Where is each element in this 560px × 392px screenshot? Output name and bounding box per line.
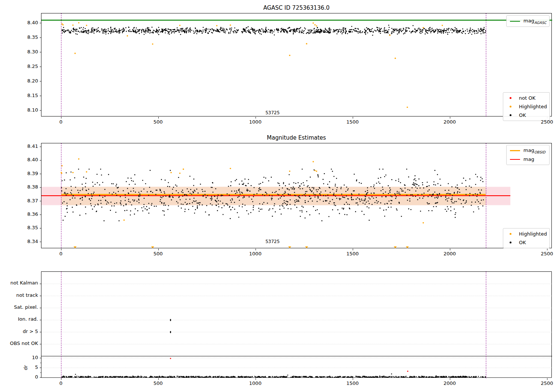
green-line-swatch (510, 21, 520, 22)
red-line-swatch (510, 159, 520, 160)
legend-row: not OK (505, 94, 547, 102)
flags-plot-canvas (41, 272, 552, 378)
x-tick-label: 2500 (536, 119, 558, 125)
orange-line-swatch (510, 150, 520, 151)
x-tick-label: 1000 (244, 380, 267, 386)
dr-gridlines (41, 358, 552, 377)
x-tick-label: 2500 (536, 380, 558, 386)
legend-row: OK (505, 111, 547, 119)
y-tick-label: 8.15 (18, 93, 38, 99)
x-tick-label: 2000 (439, 119, 461, 125)
y-tick-label: 8.36 (18, 211, 38, 217)
x-tick-label: 0 (50, 380, 72, 386)
y-tick-label: 8.34 (18, 239, 38, 245)
x-tick-label: 0 (50, 119, 72, 125)
x-tick-label: 500 (147, 380, 169, 386)
flag-gridlines (41, 284, 552, 344)
legend-label: magOBSID (523, 147, 545, 154)
magnitude-plot-canvas (41, 13, 552, 117)
obsid-annotation-middle: 53725 (261, 239, 284, 244)
flag-category-label: Sat. pixel. (0, 304, 38, 310)
legend-mag-agasc: magAGASC (506, 15, 550, 27)
x-tick-label: 1500 (341, 119, 364, 125)
y-tick-label: 8.39 (18, 171, 38, 177)
legend-label: Highlighted (519, 104, 547, 109)
red-dot-swatch (510, 97, 511, 99)
y-tick-label: 8.35 (18, 34, 38, 40)
legend-row: mag (509, 155, 546, 164)
y-tick-label: 8.20 (18, 78, 38, 84)
y-tick-label: 8.38 (18, 184, 38, 190)
flag-category-label: OBS not OK (0, 340, 38, 346)
legend-row: magOBSID (509, 146, 546, 155)
legend-top-markers: not OK Highlighted OK (503, 92, 550, 121)
dr-tick-label: 10 (25, 355, 38, 361)
y-tick-label: 8.25 (18, 63, 38, 69)
orange-dot-swatch (510, 106, 511, 108)
x-tick-label: 2000 (439, 251, 461, 257)
flag-category-label: dr > 5 (0, 329, 38, 335)
flag-category-label: not Kalman (0, 280, 38, 286)
black-dot-swatch (510, 242, 511, 243)
highlighted-scatter (61, 22, 443, 108)
legend-row: Highlighted (505, 230, 547, 238)
estimates-plot-canvas (41, 143, 552, 249)
x-tick-label: 1500 (341, 380, 364, 386)
obsid-annotation-top: 53725 (261, 110, 284, 115)
x-tick-label: 500 (147, 251, 169, 257)
flag-points (170, 319, 171, 333)
x-tick-label: 0 (50, 251, 72, 257)
x-tick-label: 2000 (439, 380, 461, 386)
dr-tick-label: 5 (25, 364, 38, 370)
magnitude-vs-time-plot (41, 13, 552, 116)
middle-plot-title: Magnitude Estimates (41, 134, 552, 141)
y-tick-label: 8.37 (18, 198, 38, 204)
y-tick-label: 8.10 (18, 107, 38, 113)
y-tick-label: 8.35 (18, 225, 38, 231)
orange-dot-swatch (510, 233, 511, 235)
legend-label: OK (519, 112, 526, 118)
flags-and-dr-plot (41, 271, 552, 378)
x-tick-label: 500 (147, 119, 169, 125)
magnitude-estimates-plot (41, 143, 552, 248)
dr-outliers-black (75, 373, 392, 376)
flag-category-label: not track (0, 292, 38, 298)
x-tick-label: 1000 (244, 251, 267, 257)
ok-scatter (62, 25, 486, 36)
y-tick-label: 8.41 (18, 143, 38, 149)
legend-row: Highlighted (505, 102, 547, 111)
y-tick-label: 8.40 (18, 20, 38, 26)
top-plot-title: AGASC ID 725363136.0 (41, 4, 552, 11)
dr-outliers-red (170, 358, 408, 372)
dr-tick-label: 0 (25, 374, 38, 380)
dr-scatter (61, 375, 486, 378)
black-dot-swatch (510, 114, 511, 116)
x-tick-label: 1500 (341, 251, 364, 257)
legend-label: OK (519, 240, 526, 245)
legend-mag-lines: magOBSID mag (506, 145, 550, 165)
x-tick-label: 1000 (244, 119, 267, 125)
flag-category-label: Ion. rad. (0, 316, 38, 322)
legend-row: magAGASC (509, 17, 546, 25)
legend-label: Highlighted (519, 231, 547, 237)
y-tick-label: 8.30 (18, 49, 38, 55)
legend-label: magAGASC (523, 18, 547, 25)
legend-label: mag (523, 156, 534, 162)
legend-label: not OK (519, 95, 535, 101)
legend-middle-markers: Highlighted OK (503, 228, 550, 248)
legend-row: OK (505, 238, 547, 247)
y-tick-label: 8.40 (18, 157, 38, 163)
clipped-low-markers (74, 246, 409, 248)
x-tick-label: 2500 (536, 251, 558, 257)
